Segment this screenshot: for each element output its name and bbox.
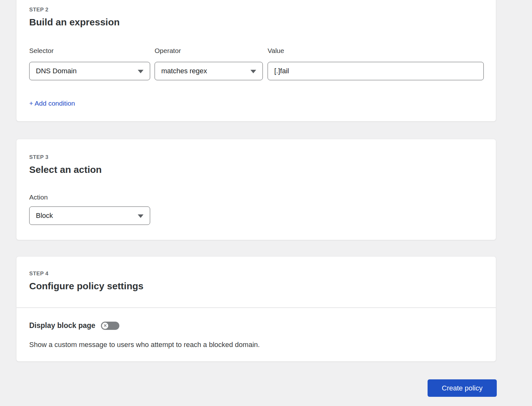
display-block-page-label: Display block page [29,321,95,330]
step3-card: STEP 3 Select an action Action Block [16,139,496,240]
action-label: Action [29,193,48,201]
selector-label: Selector [29,47,54,55]
toggle-off-icon: ✕ [102,323,108,329]
step4-card: STEP 4 Configure policy settings Display… [16,256,496,362]
action-dropdown[interactable]: Block [29,206,150,225]
display-block-page-toggle[interactable]: ✕ [101,322,119,330]
step2-label: STEP 2 [29,7,49,13]
step4-title: Configure policy settings [29,281,143,292]
selector-dropdown-value: DNS Domain [36,67,76,75]
step2-card: STEP 2 Build an expression Selector Oper… [16,0,496,121]
selector-dropdown[interactable]: DNS Domain [29,62,150,80]
value-input[interactable] [268,62,484,80]
create-policy-button[interactable]: Create policy [428,379,497,397]
step4-label: STEP 4 [29,271,49,277]
step3-label: STEP 3 [29,154,49,160]
display-block-page-description: Show a custom message to users who attem… [29,340,260,350]
chevron-down-icon [138,70,143,73]
section-divider [17,307,496,308]
step2-title: Build an expression [29,17,120,28]
chevron-down-icon [250,70,256,73]
operator-dropdown-value: matches regex [161,67,207,75]
value-label: Value [268,47,284,55]
operator-dropdown[interactable]: matches regex [155,62,263,80]
operator-label: Operator [155,47,181,55]
add-condition-link[interactable]: + Add condition [29,99,75,107]
action-dropdown-value: Block [36,212,53,220]
chevron-down-icon [138,214,143,218]
display-block-page-row: Display block page ✕ [29,321,119,330]
step3-title: Select an action [29,164,102,175]
